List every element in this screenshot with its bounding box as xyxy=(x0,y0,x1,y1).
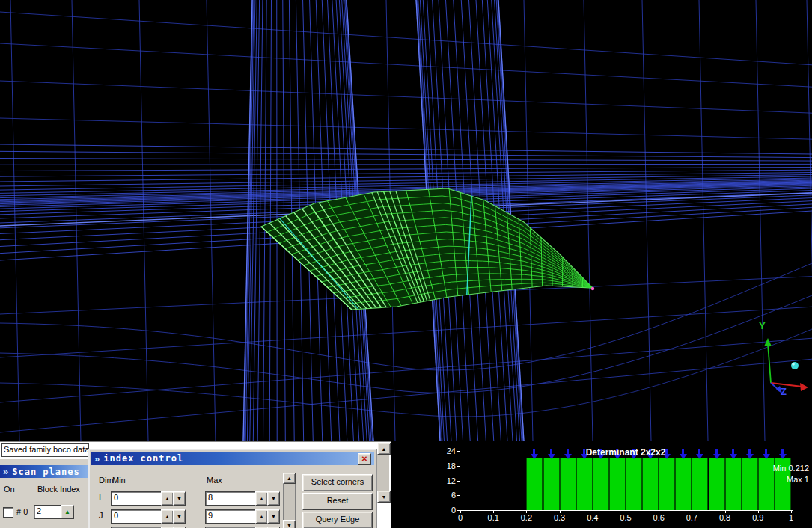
axis-y-label: Y xyxy=(759,320,766,331)
dialog-title: index control xyxy=(103,453,183,464)
x-tick-label: 0.7 xyxy=(680,513,703,522)
saved-boco-entry[interactable]: Saved family boco data xyxy=(1,443,89,457)
select-corners-button[interactable]: Select corners xyxy=(302,474,373,491)
scan-planes-panel: » Scan planes On Block Index # 0 2 ▲ xyxy=(0,459,88,528)
up-arrow-icon: ▲ xyxy=(259,496,264,501)
dialog-scrollbar-up-button[interactable]: ▲ xyxy=(283,473,296,484)
histogram-bar[interactable] xyxy=(626,458,642,510)
histogram-max-label: Max 1 xyxy=(749,475,809,484)
row-i-min-input[interactable]: 0 xyxy=(111,491,164,506)
histogram-bar[interactable] xyxy=(642,458,659,510)
row-j-max-increment-button[interactable]: ▲ xyxy=(255,509,268,524)
x-tick-label: 0.4 xyxy=(581,513,605,522)
histogram-bar[interactable] xyxy=(725,458,742,510)
x-tick-mark xyxy=(560,510,561,513)
row-i-max-increment-button[interactable]: ▲ xyxy=(255,491,268,506)
close-button[interactable]: ✕ xyxy=(358,453,371,465)
x-tick-label: 1 xyxy=(779,513,803,522)
panel-chevrons-icon: » xyxy=(3,467,8,476)
message-scrollbar[interactable]: ▲ ▼ xyxy=(377,443,389,501)
index-control-dialog: » index control ✕ Dim Min Max I 0 ▲ ▼ 8 … xyxy=(88,449,377,528)
histogram-bar[interactable] xyxy=(593,458,609,510)
reset-button[interactable]: Reset xyxy=(302,493,373,510)
histogram-min-label: Min 0.212 xyxy=(749,464,809,473)
axis-z-label: Z xyxy=(781,386,787,397)
x-tick-mark xyxy=(725,510,726,513)
x-tick-label: 0.3 xyxy=(548,513,572,522)
row-j-min-increment-button[interactable]: ▲ xyxy=(161,509,174,524)
x-tick-mark xyxy=(758,510,759,513)
row-j-min-decrement-button[interactable]: ▼ xyxy=(173,509,186,524)
row-i-min-increment-button[interactable]: ▲ xyxy=(161,491,174,506)
min-column-header: Min xyxy=(112,476,126,485)
x-tick-mark xyxy=(659,510,659,513)
y-tick-mark xyxy=(457,466,460,467)
mesh-wireframe-svg xyxy=(0,0,812,441)
x-tick-mark xyxy=(626,510,626,513)
x-tick-mark xyxy=(460,510,461,513)
x-axis-line xyxy=(460,510,793,511)
scrollbar-down-button[interactable]: ▼ xyxy=(377,491,391,503)
x-tick-mark xyxy=(593,510,593,513)
x-tick-mark xyxy=(791,510,792,513)
histogram-bar[interactable] xyxy=(609,458,626,510)
on-column-label: On xyxy=(4,485,15,494)
up-arrow-icon: ▲ xyxy=(382,446,387,452)
query-edge-button[interactable]: Query Edge xyxy=(302,512,373,528)
max-column-header: Max xyxy=(207,476,222,485)
row-i-max-input[interactable]: 8 xyxy=(205,491,258,506)
x-tick-label: 0.2 xyxy=(514,513,538,522)
row-j-dim-label: J xyxy=(99,511,103,520)
y-tick-label: 12 xyxy=(432,476,456,485)
x-tick-label: 0 xyxy=(448,513,472,522)
histogram-panel: Determinant 2x2x2 Min 0.212 Max 1 061218… xyxy=(391,441,812,528)
histogram-bar[interactable] xyxy=(576,458,593,510)
x-tick-label: 0.1 xyxy=(481,513,505,522)
x-tick-label: 0.9 xyxy=(746,513,770,522)
up-arrow-icon: ▲ xyxy=(64,509,70,515)
histogram-bar[interactable] xyxy=(526,458,543,510)
dialog-titlebar[interactable]: » index control xyxy=(91,452,374,465)
histogram-bar[interactable] xyxy=(709,458,725,510)
3d-viewport[interactable]: Y Z xyxy=(0,0,812,441)
dim-column-header: Dim xyxy=(99,476,114,485)
row-j-max-input[interactable]: 9 xyxy=(205,509,258,524)
scrollbar-up-button[interactable]: ▲ xyxy=(377,443,391,455)
up-arrow-icon: ▲ xyxy=(287,476,292,481)
histogram-bar[interactable] xyxy=(543,458,560,510)
y-tick-mark xyxy=(457,451,460,452)
row-i-max-decrement-button[interactable]: ▼ xyxy=(267,491,280,506)
x-tick-mark xyxy=(493,510,494,513)
down-arrow-icon: ▼ xyxy=(287,523,292,528)
up-arrow-icon: ▲ xyxy=(165,496,170,501)
scan-planes-header[interactable]: » Scan planes xyxy=(0,465,91,478)
row-i-min-decrement-button[interactable]: ▼ xyxy=(173,491,186,506)
dialog-chevrons-icon: » xyxy=(94,454,100,464)
up-arrow-icon: ▲ xyxy=(165,514,170,519)
down-arrow-icon: ▼ xyxy=(382,494,387,500)
x-tick-mark xyxy=(692,510,692,513)
bottom-panel: Saved family boco data ▲ ▼ » Scan planes… xyxy=(0,441,812,528)
x-tick-label: 0.5 xyxy=(614,513,638,522)
row-j-max-decrement-button[interactable]: ▼ xyxy=(267,509,280,524)
histogram-title: Determinant 2x2x2 xyxy=(460,447,791,458)
histogram-bar[interactable] xyxy=(692,458,708,510)
y-tick-mark xyxy=(457,481,460,482)
row-j-min-input[interactable]: 0 xyxy=(111,509,164,524)
dialog-scrollbar-down-button[interactable]: ▼ xyxy=(283,520,296,528)
histogram-bar[interactable] xyxy=(560,458,576,510)
application-window: Y Z Saved family boco data ▲ ▼ » Scan pl… xyxy=(0,0,812,528)
scan-planes-title: Scan planes xyxy=(12,467,79,477)
block-index-increment-button[interactable]: ▲ xyxy=(61,505,74,519)
y-tick-mark xyxy=(457,510,460,511)
y-tick-mark xyxy=(457,495,460,496)
scan-plane-checkbox[interactable] xyxy=(3,507,13,518)
scan-plane-label: # 0 xyxy=(16,507,28,516)
block-index-column-label: Block Index xyxy=(37,485,80,494)
block-index-input[interactable]: 2 xyxy=(34,505,63,519)
down-arrow-icon: ▼ xyxy=(271,496,276,501)
y-tick-label: 24 xyxy=(432,446,456,455)
histogram-bar[interactable] xyxy=(659,458,675,510)
histogram-bar[interactable] xyxy=(675,458,692,510)
down-arrow-icon: ▼ xyxy=(177,496,182,501)
